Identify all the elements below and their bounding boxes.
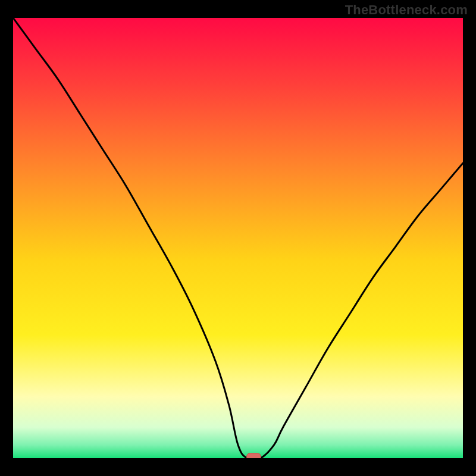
chart-frame: TheBottleneck.com: [0, 0, 476, 476]
plot-area: [13, 18, 463, 458]
bottleneck-chart: [13, 18, 463, 458]
gradient-background: [13, 18, 463, 458]
watermark-text: TheBottleneck.com: [345, 2, 468, 18]
optimal-point-marker: [246, 453, 261, 459]
